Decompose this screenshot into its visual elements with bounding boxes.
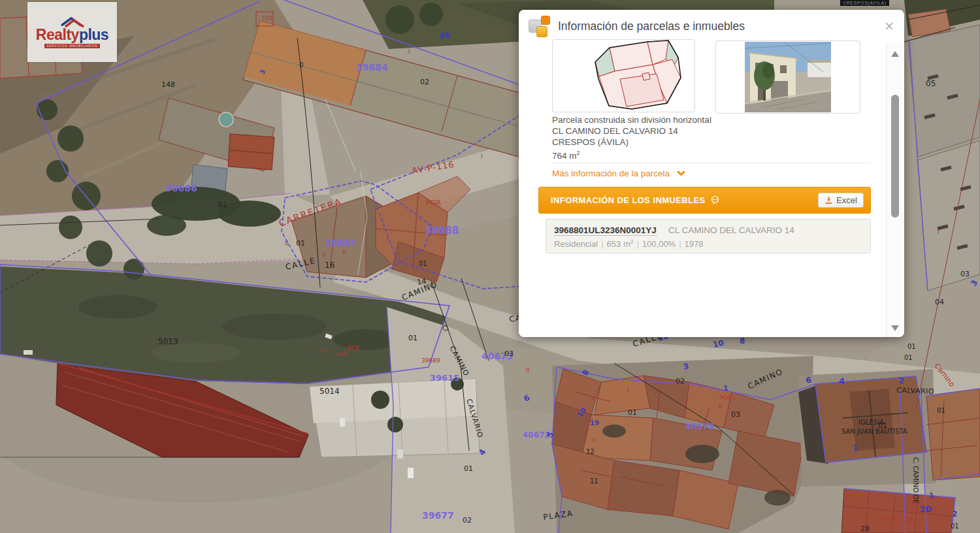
parcel-address: CL CAMINO DEL CALVARIO 14 [552, 125, 711, 137]
inmueble-details: Residencial|653 m2|100,00%|1978 [554, 238, 862, 249]
map-label: RCR [348, 345, 359, 351]
close-icon[interactable]: × [885, 20, 894, 33]
map-label: 39687 [325, 238, 357, 248]
scroll-up-icon[interactable] [891, 51, 899, 57]
map-label: I [627, 387, 629, 393]
inmuebles-header-title: INFORMACIÓN DE LOS INMUEBLES [551, 195, 720, 205]
map-label: 03 [504, 349, 514, 358]
inmueble-use: Residencial [554, 239, 598, 249]
map-label: POR [426, 199, 441, 207]
scroll-down-icon[interactable] [891, 325, 899, 331]
map-label: 5013 [158, 337, 178, 346]
excel-button-label: Excel [836, 195, 857, 205]
modal-header: Información de parcelas e inmuebles × [519, 10, 904, 42]
map-label: P [591, 397, 595, 403]
inmueble-row: 3968801UL3236N0001YJCL CAMINO DEL CALVAR… [546, 219, 871, 253]
inmuebles-header-label: INFORMACIÓN DE LOS INMUEBLES [551, 195, 706, 205]
parcels-icon [528, 15, 550, 37]
map-label: 4 [839, 376, 845, 386]
map-label: 8 [740, 336, 745, 346]
map-label: 0 [299, 61, 303, 69]
map-label: II [862, 513, 866, 519]
scrollbar-thumb[interactable] [891, 95, 899, 218]
map-label: 11 [590, 477, 598, 485]
map-label: 39615 [430, 373, 459, 383]
map-label: 12 [586, 448, 595, 455]
map-label: II [593, 437, 596, 444]
map-label: 39689 [421, 357, 440, 364]
map-label: 02 [676, 377, 685, 385]
map-label: 5014 [319, 387, 340, 396]
map-label: 01 [904, 354, 913, 361]
inmueble-row-line1: 3968801UL3236N0001YJCL CAMINO DEL CALVAR… [554, 225, 862, 235]
modal-scrollbar[interactable] [886, 42, 904, 337]
parcel-sketch [552, 39, 695, 112]
map-label: 01 [408, 334, 417, 342]
parcel-description: Parcela construida sin división horizont… [552, 114, 711, 125]
more-info-link[interactable]: Más información de la parcela [552, 169, 685, 178]
map-label: I [938, 229, 939, 235]
logo-plus: plus [79, 26, 108, 43]
inmueble-year: 1978 [685, 239, 704, 249]
map-label: 01 [464, 464, 473, 473]
map-label: 2D [920, 505, 932, 514]
map-label: P [323, 253, 326, 259]
map-municipality-tag: CRESPOS(AVILA) [840, 0, 889, 6]
map-label: IGLESIA [858, 419, 884, 426]
map-label: 39684 [356, 62, 388, 73]
map-label: 01 [296, 239, 305, 248]
logo-tagline: SERVICIOS INMOBILIARIOS [44, 44, 101, 49]
comment-bubble-icon [710, 195, 720, 205]
map-label: -I+I [318, 348, 327, 354]
map-label: 40679 [685, 421, 714, 431]
map-label: 39688 [425, 225, 459, 236]
map-label: 1 [853, 444, 858, 453]
map-label: CALVARIO [896, 386, 934, 396]
more-info-label: Más información de la parcela [552, 169, 670, 178]
parcel-photo[interactable] [715, 40, 860, 114]
map-label: 1 [723, 384, 728, 393]
inmuebles-section-header: INFORMACIÓN DE LOS INMUEBLES Excel [538, 187, 871, 214]
map-label: 6 [806, 375, 811, 385]
map-label: 2 [898, 376, 904, 385]
map-label: 03 [731, 410, 740, 419]
parcels-icon-amber-square [536, 26, 547, 37]
map-label: 148 [161, 80, 175, 89]
realtyplus-logo: Realtyplus SERVICIOS INMOBILIARIOS [27, 2, 117, 62]
cadastral-ref-link[interactable]: 3968801UL3236N0001YJ [554, 225, 657, 236]
excel-export-button[interactable]: Excel [818, 193, 864, 208]
inmueble-address: CL CAMINO DEL CALVARIO 14 [668, 225, 794, 235]
map-label: II [342, 250, 346, 256]
parcel-description-block: Parcela construida sin división horizont… [552, 114, 711, 161]
map-label: I [387, 234, 389, 241]
map-label: 01 [628, 408, 637, 417]
parcel-info-modal: Información de parcelas e inmuebles × [519, 10, 904, 337]
map-label: SAN JUAN BAUTISTA [841, 428, 907, 435]
map-label: I [408, 48, 410, 55]
map-label: POR+ [719, 395, 736, 401]
map-label: 01 [907, 343, 916, 350]
logo-realty: Realty [36, 26, 79, 43]
map-label: 01 [218, 201, 227, 209]
map-label: 04 [935, 298, 944, 306]
modal-title: Información de parcelas e inmuebles [558, 20, 745, 33]
map-label: 02 [420, 78, 429, 86]
download-icon [825, 196, 833, 204]
parcel-municipality: CRESPOS (ÁVILA) [552, 137, 711, 148]
map-label: 19 [590, 419, 599, 427]
map-label: 03 [960, 270, 970, 278]
map-label: 39677 [422, 510, 454, 521]
parcel-area: 764 m2 [552, 148, 711, 161]
map-label: 28 [860, 525, 870, 533]
map-label: I [481, 153, 483, 159]
section-divider [552, 163, 871, 163]
map-label: C. CAMINO DE [912, 457, 919, 504]
map-viewport[interactable]: 3968438686396873968840673396154067940672… [0, 0, 980, 533]
map-label: II [719, 403, 722, 410]
map-label: 16 [325, 261, 335, 270]
map-label: 01 [419, 260, 427, 267]
inmueble-area: 653 m2 [607, 239, 634, 249]
inmueble-participation: 100,00% [642, 239, 676, 249]
map-label: -I+II [336, 351, 347, 357]
map-label: 01 [951, 523, 959, 530]
